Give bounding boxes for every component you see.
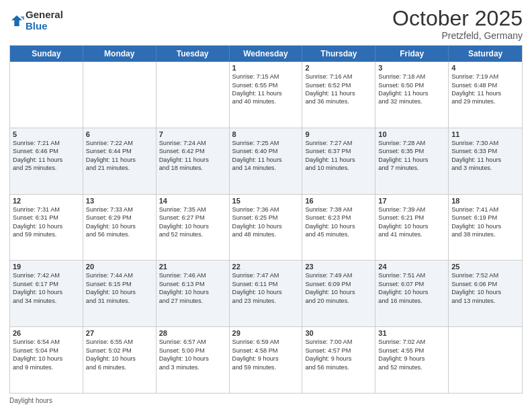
header-day-wednesday: Wednesday <box>230 46 303 62</box>
footer-note: Daylight hours <box>9 397 523 404</box>
daylight-hours-label: Daylight hours <box>9 397 52 404</box>
logo-text: General Blue <box>26 9 63 32</box>
empty-cell-0-0 <box>10 62 83 128</box>
calendar-day-14: 14Sunrise: 7:35 AM Sunset: 6:27 PM Dayli… <box>157 195 230 261</box>
day-info: Sunrise: 7:44 AM Sunset: 6:15 PM Dayligh… <box>86 271 153 305</box>
calendar-day-28: 28Sunrise: 6:57 AM Sunset: 5:00 PM Dayli… <box>157 327 230 393</box>
day-number: 14 <box>159 197 226 205</box>
day-info: Sunrise: 7:27 AM Sunset: 6:37 PM Dayligh… <box>305 139 372 173</box>
calendar-day-4: 4Sunrise: 7:19 AM Sunset: 6:48 PM Daylig… <box>449 62 522 128</box>
location: Pretzfeld, Germany <box>392 30 523 41</box>
header-day-saturday: Saturday <box>449 46 522 62</box>
day-number: 1 <box>232 64 300 72</box>
day-number: 6 <box>86 130 153 138</box>
day-number: 22 <box>232 263 300 271</box>
day-info: Sunrise: 6:59 AM Sunset: 4:58 PM Dayligh… <box>232 338 300 371</box>
calendar-day-25: 25Sunrise: 7:52 AM Sunset: 6:06 PM Dayli… <box>449 261 522 326</box>
calendar-day-3: 3Sunrise: 7:18 AM Sunset: 6:50 PM Daylig… <box>375 62 449 128</box>
calendar-day-30: 30Sunrise: 7:00 AM Sunset: 4:57 PM Dayli… <box>302 327 375 393</box>
day-info: Sunrise: 7:18 AM Sunset: 6:50 PM Dayligh… <box>378 73 445 106</box>
day-info: Sunrise: 7:42 AM Sunset: 6:17 PM Dayligh… <box>13 271 80 305</box>
day-number: 3 <box>378 64 445 72</box>
day-number: 25 <box>451 263 519 271</box>
day-number: 31 <box>378 329 445 337</box>
logo-icon <box>9 13 24 28</box>
day-number: 15 <box>232 197 300 205</box>
calendar-week-4: 26Sunrise: 6:54 AM Sunset: 5:04 PM Dayli… <box>10 326 522 393</box>
day-number: 10 <box>378 130 445 138</box>
day-number: 18 <box>451 197 519 205</box>
calendar-day-31: 31Sunrise: 7:02 AM Sunset: 4:55 PM Dayli… <box>375 327 449 393</box>
logo: General Blue <box>9 9 63 32</box>
calendar-day-7: 7Sunrise: 7:24 AM Sunset: 6:42 PM Daylig… <box>157 128 230 194</box>
day-number: 20 <box>86 263 153 271</box>
day-info: Sunrise: 7:47 AM Sunset: 6:11 PM Dayligh… <box>232 271 300 305</box>
calendar-day-11: 11Sunrise: 7:30 AM Sunset: 6:33 PM Dayli… <box>449 128 522 194</box>
day-number: 8 <box>232 130 300 138</box>
header-day-thursday: Thursday <box>302 46 375 62</box>
calendar-day-5: 5Sunrise: 7:21 AM Sunset: 6:46 PM Daylig… <box>10 128 83 194</box>
calendar-day-2: 2Sunrise: 7:16 AM Sunset: 6:52 PM Daylig… <box>302 62 375 128</box>
calendar-day-23: 23Sunrise: 7:49 AM Sunset: 6:09 PM Dayli… <box>302 261 375 326</box>
day-info: Sunrise: 7:35 AM Sunset: 6:27 PM Dayligh… <box>159 205 226 239</box>
calendar-day-29: 29Sunrise: 6:59 AM Sunset: 4:58 PM Dayli… <box>230 327 303 393</box>
day-number: 17 <box>378 197 445 205</box>
day-info: Sunrise: 6:54 AM Sunset: 5:04 PM Dayligh… <box>13 338 80 371</box>
day-info: Sunrise: 7:19 AM Sunset: 6:48 PM Dayligh… <box>451 73 519 106</box>
day-info: Sunrise: 7:38 AM Sunset: 6:23 PM Dayligh… <box>305 205 372 239</box>
day-info: Sunrise: 7:41 AM Sunset: 6:19 PM Dayligh… <box>451 205 519 239</box>
calendar-week-2: 12Sunrise: 7:31 AM Sunset: 6:31 PM Dayli… <box>10 194 522 261</box>
logo-general-text: General <box>26 9 63 21</box>
day-number: 4 <box>451 64 519 72</box>
day-number: 2 <box>305 64 372 72</box>
header-day-tuesday: Tuesday <box>157 46 230 62</box>
day-info: Sunrise: 7:15 AM Sunset: 6:55 PM Dayligh… <box>232 73 300 106</box>
day-number: 23 <box>305 263 372 271</box>
day-info: Sunrise: 7:46 AM Sunset: 6:13 PM Dayligh… <box>159 271 226 305</box>
calendar-day-13: 13Sunrise: 7:33 AM Sunset: 6:29 PM Dayli… <box>83 195 157 261</box>
calendar-week-3: 19Sunrise: 7:42 AM Sunset: 6:17 PM Dayli… <box>10 260 522 326</box>
calendar-day-27: 27Sunrise: 6:55 AM Sunset: 5:02 PM Dayli… <box>83 327 157 393</box>
calendar-day-10: 10Sunrise: 7:28 AM Sunset: 6:35 PM Dayli… <box>375 128 449 194</box>
day-number: 24 <box>378 263 445 271</box>
day-info: Sunrise: 7:30 AM Sunset: 6:33 PM Dayligh… <box>451 139 519 173</box>
calendar-day-22: 22Sunrise: 7:47 AM Sunset: 6:11 PM Dayli… <box>230 261 303 326</box>
calendar: SundayMondayTuesdayWednesdayThursdayFrid… <box>9 45 523 394</box>
day-number: 16 <box>305 197 372 205</box>
day-info: Sunrise: 7:31 AM Sunset: 6:31 PM Dayligh… <box>13 205 80 239</box>
day-info: Sunrise: 6:55 AM Sunset: 5:02 PM Dayligh… <box>86 338 153 371</box>
day-info: Sunrise: 7:52 AM Sunset: 6:06 PM Dayligh… <box>451 271 519 305</box>
header: General Blue October 2025 Pretzfeld, Ger… <box>9 7 523 41</box>
day-info: Sunrise: 7:33 AM Sunset: 6:29 PM Dayligh… <box>86 205 153 239</box>
calendar-day-18: 18Sunrise: 7:41 AM Sunset: 6:19 PM Dayli… <box>449 195 522 261</box>
calendar-week-0: 1Sunrise: 7:15 AM Sunset: 6:55 PM Daylig… <box>10 62 522 128</box>
calendar-day-9: 9Sunrise: 7:27 AM Sunset: 6:37 PM Daylig… <box>302 128 375 194</box>
day-number: 13 <box>86 197 153 205</box>
day-info: Sunrise: 7:36 AM Sunset: 6:25 PM Dayligh… <box>232 205 300 239</box>
day-number: 29 <box>232 329 300 337</box>
calendar-day-21: 21Sunrise: 7:46 AM Sunset: 6:13 PM Dayli… <box>157 261 230 326</box>
page: General Blue October 2025 Pretzfeld, Ger… <box>0 0 532 411</box>
day-number: 12 <box>13 197 80 205</box>
day-number: 19 <box>13 263 80 271</box>
day-info: Sunrise: 7:25 AM Sunset: 6:40 PM Dayligh… <box>232 139 300 173</box>
day-info: Sunrise: 7:22 AM Sunset: 6:44 PM Dayligh… <box>86 139 153 173</box>
empty-cell-0-2 <box>157 62 230 128</box>
day-info: Sunrise: 7:00 AM Sunset: 4:57 PM Dayligh… <box>305 338 372 371</box>
day-info: Sunrise: 7:28 AM Sunset: 6:35 PM Dayligh… <box>378 139 445 173</box>
calendar-day-6: 6Sunrise: 7:22 AM Sunset: 6:44 PM Daylig… <box>83 128 157 194</box>
day-info: Sunrise: 7:49 AM Sunset: 6:09 PM Dayligh… <box>305 271 372 305</box>
calendar-day-19: 19Sunrise: 7:42 AM Sunset: 6:17 PM Dayli… <box>10 261 83 326</box>
day-info: Sunrise: 7:02 AM Sunset: 4:55 PM Dayligh… <box>378 338 445 371</box>
calendar-day-24: 24Sunrise: 7:51 AM Sunset: 6:07 PM Dayli… <box>375 261 449 326</box>
calendar-body: 1Sunrise: 7:15 AM Sunset: 6:55 PM Daylig… <box>10 62 522 393</box>
day-number: 26 <box>13 329 80 337</box>
day-number: 7 <box>159 130 226 138</box>
calendar-week-1: 5Sunrise: 7:21 AM Sunset: 6:46 PM Daylig… <box>10 128 522 194</box>
calendar-day-8: 8Sunrise: 7:25 AM Sunset: 6:40 PM Daylig… <box>230 128 303 194</box>
month-title: October 2025 <box>392 7 523 30</box>
calendar-day-1: 1Sunrise: 7:15 AM Sunset: 6:55 PM Daylig… <box>230 62 303 128</box>
calendar-day-17: 17Sunrise: 7:39 AM Sunset: 6:21 PM Dayli… <box>375 195 449 261</box>
svg-marker-0 <box>11 15 22 26</box>
day-info: Sunrise: 7:51 AM Sunset: 6:07 PM Dayligh… <box>378 271 445 305</box>
